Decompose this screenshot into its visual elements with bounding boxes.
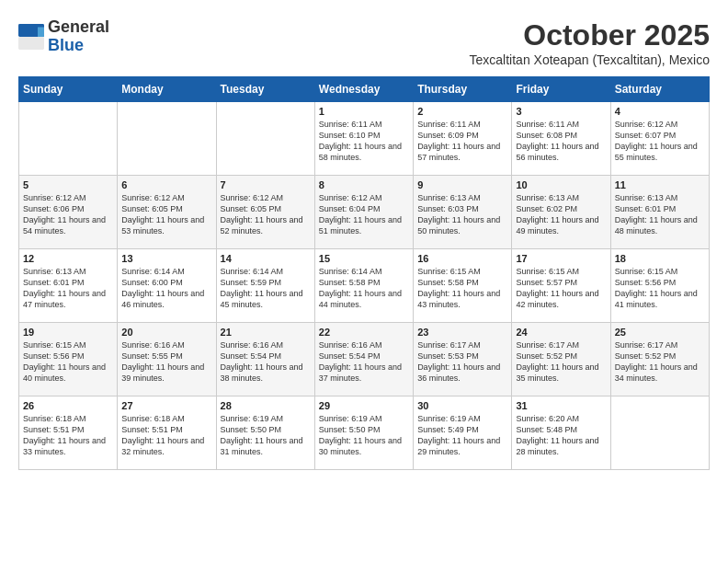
location-title: Texcaltitan Xoteapan (Texcaltitan), Mexi… — [470, 52, 710, 67]
day-info: Sunrise: 6:15 AM Sunset: 5:56 PM Dayligh… — [615, 266, 705, 311]
header: General Blue October 2025 Texcaltitan Xo… — [18, 18, 710, 67]
week-row-3: 12Sunrise: 6:13 AM Sunset: 6:01 PM Dayli… — [19, 249, 710, 323]
day-info: Sunrise: 6:12 AM Sunset: 6:05 PM Dayligh… — [221, 192, 311, 237]
day-info: Sunrise: 6:16 AM Sunset: 5:55 PM Dayligh… — [121, 339, 211, 385]
day-info: Sunrise: 6:17 AM Sunset: 5:53 PM Dayligh… — [417, 339, 507, 385]
day-number: 19 — [23, 327, 113, 338]
day-info: Sunrise: 6:13 AM Sunset: 6:01 PM Dayligh… — [23, 266, 113, 311]
calendar-cell: 14Sunrise: 6:14 AM Sunset: 5:59 PM Dayli… — [216, 249, 314, 323]
title-block: October 2025 Texcaltitan Xoteapan (Texca… — [470, 18, 710, 67]
calendar-cell: 1Sunrise: 6:11 AM Sunset: 6:10 PM Daylig… — [314, 102, 413, 176]
calendar-cell: 12Sunrise: 6:13 AM Sunset: 6:01 PM Dayli… — [19, 249, 118, 323]
calendar-cell: 15Sunrise: 6:14 AM Sunset: 5:58 PM Dayli… — [314, 249, 413, 323]
calendar-cell: 8Sunrise: 6:12 AM Sunset: 6:04 PM Daylig… — [314, 176, 413, 249]
day-info: Sunrise: 6:18 AM Sunset: 5:51 PM Dayligh… — [23, 413, 113, 458]
day-number: 25 — [615, 327, 705, 338]
day-info: Sunrise: 6:12 AM Sunset: 6:04 PM Dayligh… — [319, 192, 409, 237]
day-info: Sunrise: 6:17 AM Sunset: 5:52 PM Dayligh… — [615, 339, 705, 385]
day-info: Sunrise: 6:11 AM Sunset: 6:09 PM Dayligh… — [417, 119, 507, 164]
calendar-cell: 6Sunrise: 6:12 AM Sunset: 6:05 PM Daylig… — [118, 176, 216, 249]
svg-rect-1 — [18, 37, 44, 50]
calendar-cell: 22Sunrise: 6:16 AM Sunset: 5:54 PM Dayli… — [314, 323, 413, 396]
logo-text: General Blue — [48, 18, 109, 55]
calendar-cell: 19Sunrise: 6:15 AM Sunset: 5:56 PM Dayli… — [19, 323, 118, 396]
day-number: 10 — [516, 179, 606, 190]
day-info: Sunrise: 6:11 AM Sunset: 6:10 PM Dayligh… — [319, 119, 409, 164]
weekday-header-thursday: Thursday — [414, 77, 512, 102]
day-number: 7 — [221, 179, 311, 190]
day-info: Sunrise: 6:20 AM Sunset: 5:48 PM Dayligh… — [516, 413, 606, 458]
day-number: 8 — [319, 179, 409, 190]
day-number: 27 — [121, 400, 211, 411]
day-info: Sunrise: 6:15 AM Sunset: 5:57 PM Dayligh… — [516, 266, 606, 311]
day-number: 22 — [319, 327, 409, 338]
day-info: Sunrise: 6:17 AM Sunset: 5:52 PM Dayligh… — [516, 339, 606, 385]
calendar-cell: 16Sunrise: 6:15 AM Sunset: 5:58 PM Dayli… — [414, 249, 512, 323]
day-info: Sunrise: 6:12 AM Sunset: 6:05 PM Dayligh… — [121, 192, 211, 237]
calendar-cell: 28Sunrise: 6:19 AM Sunset: 5:50 PM Dayli… — [216, 396, 314, 470]
calendar-cell: 30Sunrise: 6:19 AM Sunset: 5:49 PM Dayli… — [414, 396, 512, 470]
week-row-5: 26Sunrise: 6:18 AM Sunset: 5:51 PM Dayli… — [19, 396, 710, 470]
day-number: 5 — [23, 179, 113, 190]
calendar-cell: 17Sunrise: 6:15 AM Sunset: 5:57 PM Dayli… — [512, 249, 610, 323]
calendar-cell: 20Sunrise: 6:16 AM Sunset: 5:55 PM Dayli… — [118, 323, 216, 396]
week-row-4: 19Sunrise: 6:15 AM Sunset: 5:56 PM Dayli… — [19, 323, 710, 396]
weekday-header-tuesday: Tuesday — [216, 77, 314, 102]
day-info: Sunrise: 6:19 AM Sunset: 5:49 PM Dayligh… — [417, 413, 507, 458]
day-info: Sunrise: 6:13 AM Sunset: 6:03 PM Dayligh… — [417, 192, 507, 237]
day-number: 31 — [516, 400, 606, 411]
day-number: 15 — [319, 253, 409, 264]
day-number: 13 — [121, 253, 211, 264]
day-number: 30 — [417, 400, 507, 411]
calendar-cell: 13Sunrise: 6:14 AM Sunset: 6:00 PM Dayli… — [118, 249, 216, 323]
calendar-cell — [19, 102, 118, 176]
calendar-cell: 26Sunrise: 6:18 AM Sunset: 5:51 PM Dayli… — [19, 396, 118, 470]
weekday-header-saturday: Saturday — [610, 77, 709, 102]
day-info: Sunrise: 6:14 AM Sunset: 6:00 PM Dayligh… — [121, 266, 211, 311]
calendar-cell: 24Sunrise: 6:17 AM Sunset: 5:52 PM Dayli… — [512, 323, 610, 396]
weekday-header-row: SundayMondayTuesdayWednesdayThursdayFrid… — [19, 77, 710, 102]
day-number: 1 — [319, 106, 409, 117]
weekday-header-monday: Monday — [118, 77, 216, 102]
day-info: Sunrise: 6:18 AM Sunset: 5:51 PM Dayligh… — [121, 413, 211, 458]
calendar-cell: 21Sunrise: 6:16 AM Sunset: 5:54 PM Dayli… — [216, 323, 314, 396]
day-info: Sunrise: 6:16 AM Sunset: 5:54 PM Dayligh… — [319, 339, 409, 385]
weekday-header-wednesday: Wednesday — [314, 77, 413, 102]
day-number: 2 — [417, 106, 507, 117]
day-number: 24 — [516, 327, 606, 338]
calendar-cell: 2Sunrise: 6:11 AM Sunset: 6:09 PM Daylig… — [414, 102, 512, 176]
calendar-cell: 18Sunrise: 6:15 AM Sunset: 5:56 PM Dayli… — [610, 249, 709, 323]
day-info: Sunrise: 6:12 AM Sunset: 6:07 PM Dayligh… — [615, 119, 705, 164]
calendar-cell: 7Sunrise: 6:12 AM Sunset: 6:05 PM Daylig… — [216, 176, 314, 249]
day-info: Sunrise: 6:14 AM Sunset: 5:58 PM Dayligh… — [319, 266, 409, 311]
day-number: 11 — [615, 179, 705, 190]
day-info: Sunrise: 6:15 AM Sunset: 5:56 PM Dayligh… — [23, 339, 113, 385]
day-number: 3 — [516, 106, 606, 117]
day-number: 17 — [516, 253, 606, 264]
calendar-table: SundayMondayTuesdayWednesdayThursdayFrid… — [18, 76, 710, 470]
day-number: 28 — [221, 400, 311, 411]
day-number: 14 — [221, 253, 311, 264]
calendar-cell — [610, 396, 709, 470]
week-row-2: 5Sunrise: 6:12 AM Sunset: 6:06 PM Daylig… — [19, 176, 710, 249]
day-info: Sunrise: 6:19 AM Sunset: 5:50 PM Dayligh… — [319, 413, 409, 458]
calendar-cell: 10Sunrise: 6:13 AM Sunset: 6:02 PM Dayli… — [512, 176, 610, 249]
logo: General Blue — [18, 18, 109, 55]
day-number: 18 — [615, 253, 705, 264]
day-info: Sunrise: 6:13 AM Sunset: 6:01 PM Dayligh… — [615, 192, 705, 237]
day-info: Sunrise: 6:14 AM Sunset: 5:59 PM Dayligh… — [221, 266, 311, 311]
calendar-cell: 31Sunrise: 6:20 AM Sunset: 5:48 PM Dayli… — [512, 396, 610, 470]
day-number: 26 — [23, 400, 113, 411]
day-number: 29 — [319, 400, 409, 411]
calendar-cell: 27Sunrise: 6:18 AM Sunset: 5:51 PM Dayli… — [118, 396, 216, 470]
calendar-cell — [118, 102, 216, 176]
day-number: 16 — [417, 253, 507, 264]
weekday-header-friday: Friday — [512, 77, 610, 102]
calendar-cell: 11Sunrise: 6:13 AM Sunset: 6:01 PM Dayli… — [610, 176, 709, 249]
calendar-cell: 3Sunrise: 6:11 AM Sunset: 6:08 PM Daylig… — [512, 102, 610, 176]
day-info: Sunrise: 6:16 AM Sunset: 5:54 PM Dayligh… — [221, 339, 311, 385]
day-info: Sunrise: 6:12 AM Sunset: 6:06 PM Dayligh… — [23, 192, 113, 237]
calendar-cell — [216, 102, 314, 176]
day-info: Sunrise: 6:15 AM Sunset: 5:58 PM Dayligh… — [417, 266, 507, 311]
day-info: Sunrise: 6:11 AM Sunset: 6:08 PM Dayligh… — [516, 119, 606, 164]
